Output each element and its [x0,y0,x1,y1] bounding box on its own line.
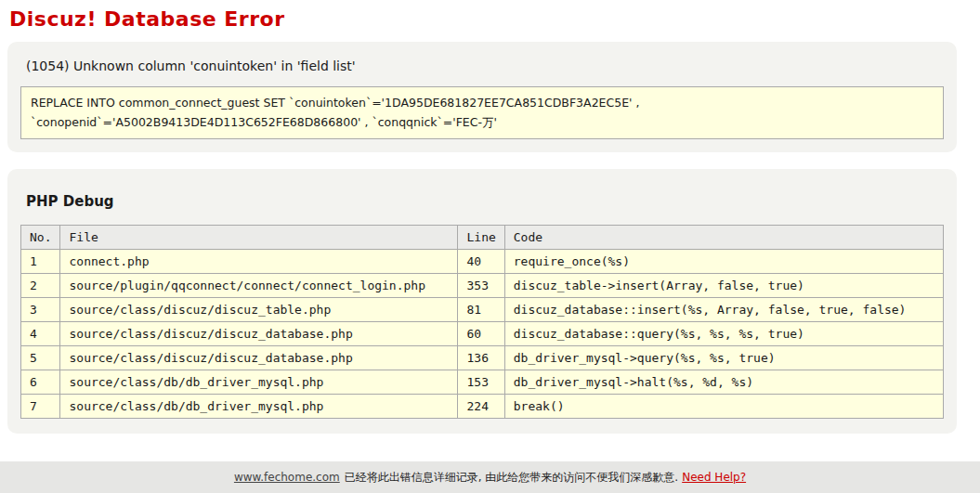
table-row: 6source/class/db/db_driver_mysql.php153d… [21,370,944,395]
cell-no: 1 [21,250,60,274]
cell-no: 6 [21,370,60,395]
php-debug-heading: PHP Debug [26,193,944,210]
debug-table-head: No. File Line Code [21,226,944,250]
cell-code: db_driver_mysql->halt(%s, %d, %s) [504,370,943,395]
cell-no: 4 [21,322,60,346]
debug-table-body: 1connect.php40require_once(%s)2source/pl… [21,250,944,419]
cell-no: 2 [21,274,60,298]
cell-code: require_once(%s) [504,250,943,274]
table-row: 5source/class/discuz/discuz_database.php… [21,346,944,370]
cell-line: 224 [458,395,504,419]
column-header-file: File [60,226,458,250]
cell-file: source/class/discuz/discuz_table.php [60,298,458,322]
cell-file: source/class/discuz/discuz_database.php [60,346,458,370]
table-row: 1connect.php40require_once(%s) [21,250,944,274]
cell-code: discuz_database::insert(%s, Array, false… [504,298,943,322]
cell-no: 7 [21,395,60,419]
page-title: Discuz! Database Error [9,7,980,31]
cell-file: connect.php [60,250,458,274]
cell-line: 136 [458,346,504,370]
column-header-code: Code [504,226,943,250]
site-link[interactable]: www.fechome.com [234,471,340,484]
php-debug-panel: PHP Debug No. File Line Code 1connect.ph… [7,169,957,434]
footer-message: 已经将此出错信息详细记录, 由此给您带来的访问不便我们深感歉意. [345,471,678,484]
need-help-link[interactable]: Need Help? [682,471,746,484]
sql-query: REPLACE INTO common_connect_guest SET `c… [20,86,944,139]
cell-line: 40 [458,250,504,274]
debug-table: No. File Line Code 1connect.php40require… [20,225,944,419]
table-row: 3source/class/discuz/discuz_table.php81d… [21,298,944,322]
error-panel: (1054) Unknown column 'conuintoken' in '… [7,42,957,152]
footer-bar: www.fechome.com已经将此出错信息详细记录, 由此给您带来的访问不便… [0,461,980,493]
cell-no: 5 [21,346,60,370]
table-row: 4source/class/discuz/discuz_database.php… [21,322,944,346]
cell-file: source/class/discuz/discuz_database.php [60,322,458,346]
cell-line: 353 [458,274,504,298]
column-header-no: No. [21,226,60,250]
cell-code: break() [504,395,943,419]
cell-code: discuz_table->insert(Array, false, true) [504,274,943,298]
cell-code: db_driver_mysql->query(%s, %s, true) [504,346,943,370]
cell-line: 81 [458,298,504,322]
cell-file: source/class/db/db_driver_mysql.php [60,395,458,419]
cell-code: discuz_database::query(%s, %s, %s, true) [504,322,943,346]
table-row: 2source/plugin/qqconnect/connect/connect… [21,274,944,298]
cell-line: 60 [458,322,504,346]
cell-no: 3 [21,298,60,322]
cell-file: source/class/db/db_driver_mysql.php [60,370,458,395]
table-row: 7source/class/db/db_driver_mysql.php224b… [21,395,944,419]
header-row: No. File Line Code [21,226,944,250]
column-header-line: Line [458,226,504,250]
error-message: (1054) Unknown column 'conuintoken' in '… [26,58,944,73]
cell-line: 153 [458,370,504,395]
cell-file: source/plugin/qqconnect/connect/connect_… [60,274,458,298]
